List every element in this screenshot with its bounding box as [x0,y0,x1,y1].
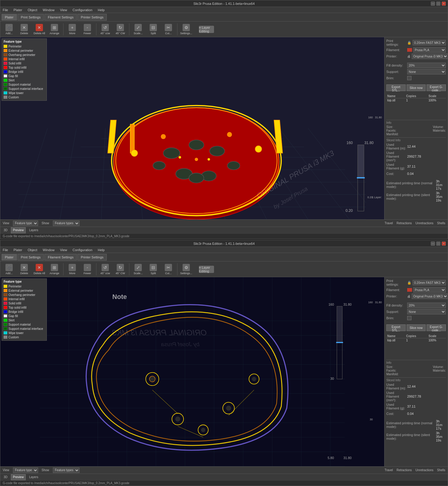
more-button-b[interactable]: + More [65,262,79,276]
objects-table-b: Name Copies Scale top.stl 1 100% [386,334,446,342]
support-select-b[interactable]: None [407,309,446,314]
fewer-button-b[interactable]: - Fewer [80,262,94,276]
tab-preview-top[interactable]: Preview [11,227,26,233]
delete-all-button[interactable]: ✕ Delete All [32,22,46,36]
cut-button-b[interactable]: ✂ Cut... [161,262,175,276]
support-label-b: Support: [386,310,406,314]
svg-point-24 [209,146,224,156]
minimize-btn-bottom[interactable]: — [431,241,435,246]
export-gcode-button-b[interactable]: Export G-code... [427,324,446,331]
tab-3d-top[interactable]: 3D [2,227,10,233]
close-btn-bottom[interactable]: ✕ [442,241,446,246]
close-btn-top[interactable]: ✕ [442,2,446,6]
split-button-b[interactable]: ⊟ Split [146,262,160,276]
maximize-btn-top[interactable]: □ [436,2,440,6]
brim-checkbox[interactable] [407,76,411,80]
feature-types-select-top[interactable]: Feature types [53,221,80,226]
col-scale: Scale [428,94,446,98]
more-button[interactable]: + More [65,22,79,36]
menu-window-b[interactable]: Window [41,248,56,252]
tab-plater-top[interactable]: Plater [2,14,17,21]
print-settings-select[interactable]: 0.20mm FAST MK3 [413,40,446,45]
rotate-cw-button[interactable]: ↻ 45° CW [113,22,127,36]
legend-color-top-solid-b [4,306,7,309]
menu-plater-b[interactable]: Plater [12,248,24,252]
export-stl-button[interactable]: Export STL... [386,84,406,91]
tab-printer-settings-bottom[interactable]: Printer Settings [77,254,107,261]
object-scale-b: 100% [428,338,446,343]
brim-checkbox-b[interactable] [407,316,411,320]
minimize-btn-top[interactable]: — [431,2,435,6]
arrange-button-b[interactable]: ⊞ Arrange [47,262,61,276]
printer-select-b[interactable]: Original Prusa i3 MK3 [412,294,448,299]
menu-file-b[interactable]: File [2,248,9,252]
menu-object-b[interactable]: Object [26,248,38,252]
cut-button[interactable]: ✂ Cut... [161,22,175,36]
tab-print-settings-top[interactable]: Print Settings [18,14,44,21]
rotate-ccw-button[interactable]: ↺ 45° ccw [98,22,112,36]
menu-help-b[interactable]: Help [97,248,106,252]
menu-plater[interactable]: Plater [12,8,24,12]
viewport-top[interactable]: Feature type Perimeter External perimete… [0,37,384,219]
add-button-b[interactable]: ➕ Add... [2,262,16,276]
settings-button-b[interactable]: ⚙ Settings... [179,262,193,276]
tab-3d-bottom[interactable]: 3D [2,474,10,480]
print-time-silent-value-b: 3h 35m 19s [436,431,446,442]
arrange-button[interactable]: ⊞ Arrange [47,22,61,36]
maximize-btn-bottom[interactable]: □ [436,241,440,246]
scale-button-b[interactable]: ⤢ Scale... [131,262,145,276]
print-settings-row-b: Print settings: 🔒 0.20mm FAST MK3 [386,279,446,286]
slice-now-button[interactable]: Slice now [407,84,426,91]
delete-button-b[interactable]: ✕ Delete [17,262,31,276]
export-gcode-button[interactable]: Export G-code... [427,84,446,91]
svg-point-29 [189,140,204,150]
menu-view[interactable]: View [59,8,68,12]
viewport-bottom[interactable]: Feature type Perimeter External perimete… [0,277,384,466]
tab-printer-settings-top[interactable]: Printer Settings [77,14,107,21]
fill-density-select-b[interactable]: 20% [407,303,446,308]
delete-all-button-b[interactable]: ✕ Delete All [32,262,46,276]
filament-select-b[interactable]: Prusa PLA [413,287,446,293]
feature-type-select-top[interactable]: Feature type [13,221,38,226]
scale-button[interactable]: ⤢ Scale... [131,22,145,36]
rotate-cw-button-b[interactable]: ↻ 45° CW [113,262,127,276]
layer-editing-button-b[interactable]: ≡ Layer Editing [194,262,219,276]
menu-window[interactable]: Window [41,8,56,12]
feature-type-select-bottom[interactable]: Feature type [13,468,38,473]
export-stl-button-b[interactable]: Export STL... [386,324,406,331]
add-button[interactable]: ➕ Add... [2,22,16,36]
tab-layers-bottom[interactable]: Layers [27,474,40,480]
fewer-button[interactable]: - Fewer [80,22,94,36]
split-button[interactable]: ⊟ Split [146,22,160,36]
print-settings-select-b[interactable]: 0.20mm FAST MK3 [413,280,446,285]
fill-density-row: Fill density: 20% [386,63,446,68]
layer-editing-button[interactable]: ≡ Layer Editing [194,22,219,36]
tab-filament-settings-top[interactable]: Filament Settings [44,14,77,21]
tab-preview-bottom[interactable]: Preview [11,474,26,480]
settings-button[interactable]: ⚙ Settings... [179,22,193,36]
tab-layers-top[interactable]: Layers [27,227,40,233]
feature-types-select-bottom[interactable]: Feature types [53,468,80,473]
slice-now-button-b[interactable]: Slice now [407,324,426,331]
menu-file[interactable]: File [2,8,9,12]
menu-help[interactable]: Help [97,8,106,12]
tab-print-settings-bottom[interactable]: Print Settings [18,254,44,261]
support-select[interactable]: None [407,69,446,74]
svg-point-72 [149,376,155,382]
printer-select[interactable]: Original Prusa i3 MK3 [412,54,448,59]
split-icon-b: ⊟ [150,264,157,271]
menu-object[interactable]: Object [26,8,38,12]
menu-configuration-b[interactable]: Configuration [71,248,93,252]
tab-filament-settings-bottom[interactable]: Filament Settings [44,254,77,261]
toolbar-sep-3b [129,263,129,275]
fill-density-label-b: Fill density: [386,304,406,307]
support-row-b: Support: None [386,309,446,314]
col-name-b: Name [386,334,405,338]
tab-plater-bottom[interactable]: Plater [2,254,17,261]
rotate-ccw-button-b[interactable]: ↺ 45° ccw [98,262,112,276]
filament-select[interactable]: Prusa PLA [413,47,446,53]
fill-density-select[interactable]: 20% [407,63,446,68]
menu-configuration[interactable]: Configuration [71,8,93,12]
delete-button[interactable]: ✕ Delete [17,22,31,36]
menu-view-b[interactable]: View [59,248,68,252]
